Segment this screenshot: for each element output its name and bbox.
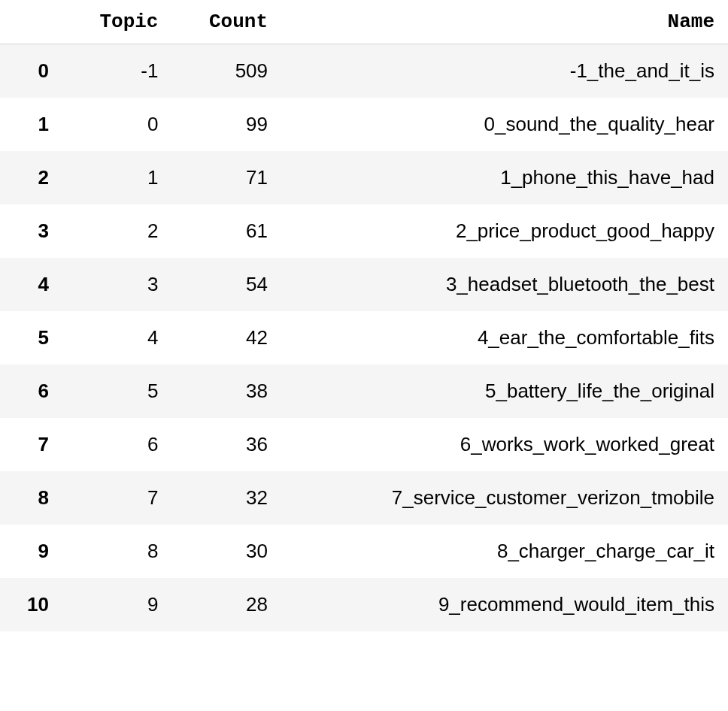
row-index: 7 [0,418,62,471]
table-row: 1 0 99 0_sound_the_quality_hear [0,98,728,151]
table-row: 7 6 36 6_works_work_worked_great [0,418,728,471]
cell-count: 30 [171,525,281,578]
cell-count: 28 [171,578,281,631]
row-index: 10 [0,578,62,631]
cell-count: 61 [171,204,281,258]
cell-count: 36 [171,418,281,471]
cell-topic: 4 [62,311,172,365]
cell-name: 7_service_customer_verizon_tmobile [281,471,728,525]
row-index: 3 [0,204,62,258]
cell-count: 32 [171,471,281,525]
cell-count: 38 [171,365,281,418]
table-row: 5 4 42 4_ear_the_comfortable_fits [0,311,728,365]
table-row: 8 7 32 7_service_customer_verizon_tmobil… [0,471,728,525]
cell-name: 0_sound_the_quality_hear [281,98,728,151]
table-row: 9 8 30 8_charger_charge_car_it [0,525,728,578]
table-row: 6 5 38 5_battery_life_the_original [0,365,728,418]
cell-name: -1_the_and_it_is [281,44,728,98]
cell-topic: 8 [62,525,172,578]
cell-topic: 2 [62,204,172,258]
cell-name: 9_recommend_would_item_this [281,578,728,631]
row-index: 0 [0,44,62,98]
cell-topic: 7 [62,471,172,525]
cell-name: 6_works_work_worked_great [281,418,728,471]
cell-name: 1_phone_this_have_had [281,151,728,204]
row-index: 5 [0,311,62,365]
cell-topic: 6 [62,418,172,471]
cell-count: 509 [171,44,281,98]
row-index: 2 [0,151,62,204]
header-row: Topic Count Name [0,0,728,44]
cell-name: 2_price_product_good_happy [281,204,728,258]
row-index: 1 [0,98,62,151]
row-index: 6 [0,365,62,418]
cell-name: 3_headset_bluetooth_the_best [281,258,728,311]
cell-topic: 0 [62,98,172,151]
row-index: 8 [0,471,62,525]
table-row: 4 3 54 3_headset_bluetooth_the_best [0,258,728,311]
cell-name: 8_charger_charge_car_it [281,525,728,578]
cell-topic: 5 [62,365,172,418]
cell-count: 42 [171,311,281,365]
cell-count: 71 [171,151,281,204]
cell-name: 5_battery_life_the_original [281,365,728,418]
table-row: 2 1 71 1_phone_this_have_had [0,151,728,204]
table-row: 10 9 28 9_recommend_would_item_this [0,578,728,631]
col-header-name: Name [281,0,728,44]
cell-topic: 3 [62,258,172,311]
col-header-count: Count [171,0,281,44]
cell-topic: 9 [62,578,172,631]
row-index: 9 [0,525,62,578]
table-row: 3 2 61 2_price_product_good_happy [0,204,728,258]
table-row: 0 -1 509 -1_the_and_it_is [0,44,728,98]
cell-topic: -1 [62,44,172,98]
cell-topic: 1 [62,151,172,204]
dataframe-table: Topic Count Name 0 -1 509 -1_the_and_it_… [0,0,728,631]
cell-count: 99 [171,98,281,151]
index-header [0,0,62,44]
col-header-topic: Topic [62,0,172,44]
cell-count: 54 [171,258,281,311]
cell-name: 4_ear_the_comfortable_fits [281,311,728,365]
row-index: 4 [0,258,62,311]
